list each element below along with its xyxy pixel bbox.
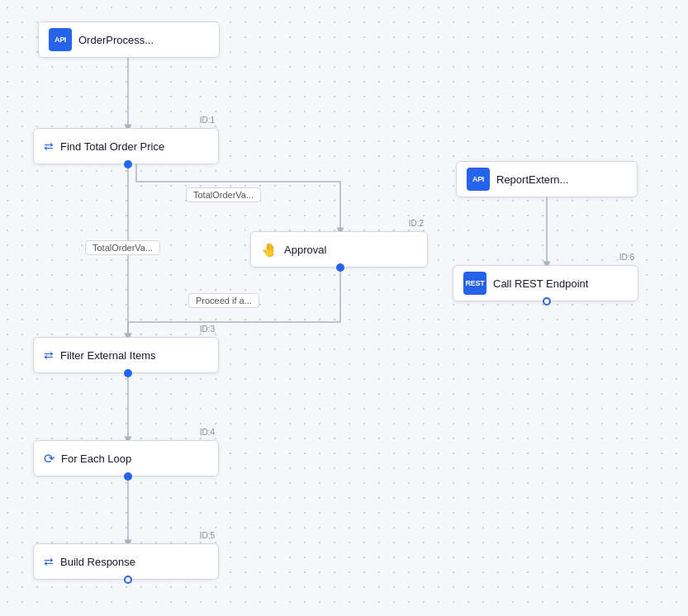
hand-icon-approval: 🤚 — [261, 242, 278, 258]
workflow-canvas: API OrderProcess... ID:1 ⇄ Find Total Or… — [0, 0, 688, 616]
dot-approval-bottom — [336, 263, 344, 272]
node-label-order-process: OrderProcess... — [78, 34, 154, 46]
node-label-build: Build Response — [60, 556, 135, 568]
node-approval[interactable]: ID:2 🤚 Approval — [250, 231, 428, 268]
conn-label-total-order-va1: TotalOrderVa... — [186, 187, 261, 202]
connections-svg — [0, 0, 688, 616]
dot-build-bottom — [124, 576, 132, 584]
node-id-foreach: ID:4 — [200, 428, 215, 437]
node-id-filter: ID:3 — [200, 325, 215, 334]
loop-icon-foreach: ⟳ — [44, 451, 55, 467]
conn-label-proceed: Proceed if a... — [188, 293, 259, 308]
node-label-find-total: Find Total Order Price — [60, 140, 164, 153]
parallel-icon-build: ⇄ — [44, 555, 54, 568]
parallel-icon-filter: ⇄ — [44, 348, 54, 362]
node-label-report: ReportExtern... — [496, 173, 568, 186]
node-find-total[interactable]: ID:1 ⇄ Find Total Order Price — [33, 128, 219, 164]
node-label-rest: Call REST Endpoint — [493, 277, 588, 290]
dot-rest-bottom — [543, 297, 551, 306]
dot-find-total-bottom — [124, 160, 132, 168]
rest-icon-call: REST — [463, 272, 486, 295]
dot-foreach-bottom — [124, 472, 132, 481]
node-label-approval: Approval — [284, 244, 326, 256]
node-id-find-total: ID:1 — [200, 116, 215, 125]
node-id-rest: ID:6 — [619, 253, 634, 262]
node-call-rest[interactable]: ID:6 REST Call REST Endpoint — [453, 265, 638, 301]
node-report-extern[interactable]: API ReportExtern... — [456, 161, 638, 197]
node-order-process[interactable]: API OrderProcess... — [38, 21, 220, 58]
node-label-filter: Filter External Items — [60, 349, 156, 362]
conn-label-total-order-va2: TotalOrderVa... — [85, 240, 160, 255]
node-id-build: ID:5 — [200, 531, 215, 540]
node-for-each[interactable]: ID:4 ⟳ For Each Loop — [33, 440, 219, 476]
dot-filter-bottom — [124, 369, 132, 377]
api-icon-report: API — [467, 168, 490, 191]
node-build-response[interactable]: ID:5 ⇄ Build Response — [33, 543, 219, 580]
api-icon: API — [49, 28, 72, 51]
node-label-foreach: For Each Loop — [61, 453, 131, 465]
node-filter-external[interactable]: ID:3 ⇄ Filter External Items — [33, 337, 219, 373]
node-id-approval: ID:2 — [409, 219, 424, 228]
parallel-icon-find-total: ⇄ — [44, 140, 54, 153]
